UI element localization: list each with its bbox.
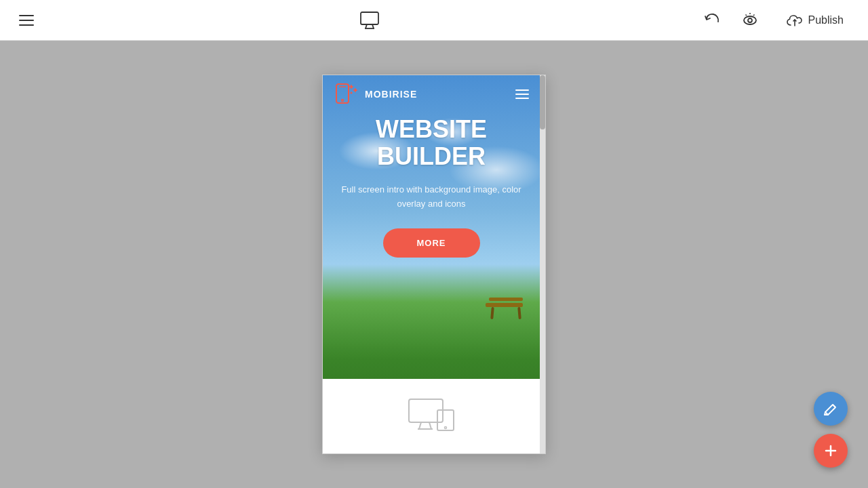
fab-add-button[interactable] xyxy=(814,434,848,468)
preview-device-button[interactable] xyxy=(356,7,383,34)
hero-title-line2: BUILDER xyxy=(377,142,486,170)
plus-icon xyxy=(823,443,838,458)
fab-container xyxy=(814,392,848,468)
svg-line-2 xyxy=(372,24,374,28)
svg-line-25 xyxy=(833,405,835,407)
svg-point-5 xyxy=(748,18,752,22)
bench-back xyxy=(489,298,523,301)
bench-leg-left xyxy=(490,307,494,319)
svg-line-21 xyxy=(429,422,431,429)
toolbar: Publish xyxy=(0,0,868,41)
hamburger-menu-button[interactable] xyxy=(14,9,39,31)
phone-logo: MOBIRISE xyxy=(334,81,417,107)
svg-line-7 xyxy=(753,14,755,16)
pencil-icon xyxy=(823,401,838,416)
bench-seat xyxy=(486,303,523,307)
svg-line-8 xyxy=(745,14,747,16)
canvas-area: WEBSITE BUILDER Full screen intro with b… xyxy=(0,41,868,488)
hero-cta-button[interactable]: MORE xyxy=(383,228,480,258)
publish-button[interactable]: Publish xyxy=(776,7,854,34)
toolbar-center xyxy=(356,7,383,34)
toolbar-left xyxy=(14,9,39,31)
hero-title-line1: WEBSITE xyxy=(376,115,487,143)
svg-point-12 xyxy=(342,99,344,101)
phone-bottom-section xyxy=(323,379,540,453)
svg-line-1 xyxy=(366,24,367,28)
hero-title: WEBSITE BUILDER xyxy=(376,116,487,169)
hero-subtitle: Full screen intro with background image,… xyxy=(336,183,526,211)
device-preview-icon xyxy=(408,398,455,434)
svg-point-4 xyxy=(744,16,756,24)
bench-decoration xyxy=(486,298,526,321)
cloud-upload-icon xyxy=(787,12,803,28)
toolbar-right: Publish xyxy=(700,7,854,34)
phone-scrollbar[interactable] xyxy=(540,75,545,453)
svg-rect-0 xyxy=(361,12,378,24)
svg-rect-23 xyxy=(437,410,454,430)
phone-preview-frame: WEBSITE BUILDER Full screen intro with b… xyxy=(322,75,546,454)
svg-line-20 xyxy=(419,422,421,429)
fab-edit-button[interactable] xyxy=(814,392,848,426)
phone-navbar: MOBIRISE xyxy=(323,75,540,113)
preview-button[interactable] xyxy=(738,8,762,33)
undo-button[interactable] xyxy=(700,8,724,33)
publish-label: Publish xyxy=(808,14,844,26)
phone-nav-menu-button[interactable] xyxy=(515,89,529,99)
mobirise-logo-icon xyxy=(334,81,359,107)
phone-scrollbar-thumb xyxy=(540,75,545,129)
bench-leg-right xyxy=(517,307,521,319)
phone-content: WEBSITE BUILDER Full screen intro with b… xyxy=(323,75,540,453)
svg-point-24 xyxy=(445,427,447,429)
phone-logo-text: MOBIRISE xyxy=(365,89,417,100)
hero-content: WEBSITE BUILDER Full screen intro with b… xyxy=(323,116,540,258)
